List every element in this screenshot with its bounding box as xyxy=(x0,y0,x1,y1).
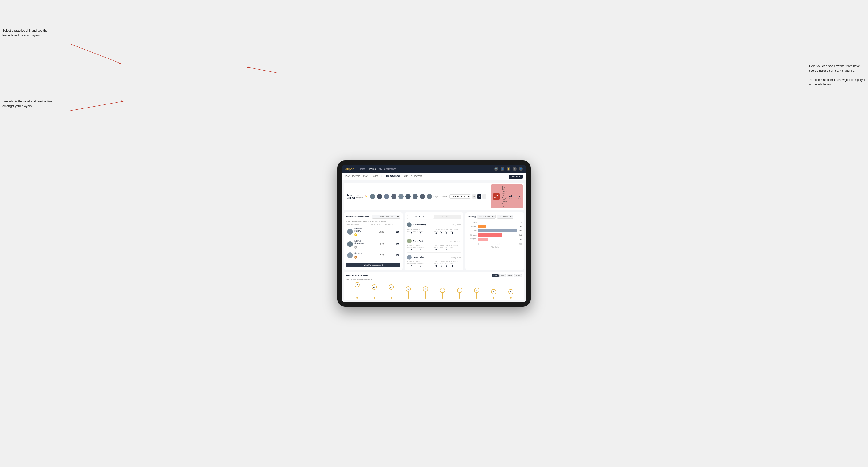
player-avg: 107 xyxy=(385,243,399,245)
annotation-top-left: Select a practice drill and see the lead… xyxy=(2,28,54,37)
scoring-title: Scoring xyxy=(468,216,476,218)
avatar[interactable] xyxy=(391,193,397,199)
total-practice-group: Total Practice Activities OTT 0 APP 0 xyxy=(434,261,461,267)
avatar[interactable] xyxy=(384,193,390,199)
streak-pin: 5x xyxy=(406,286,411,299)
search-icon[interactable]: 🔍 xyxy=(494,167,498,171)
tab-hcaps[interactable]: Hcaps 1-5 xyxy=(372,175,382,178)
streak-pin-dot xyxy=(459,297,460,299)
filter-ott[interactable]: OTT xyxy=(492,274,499,277)
player-score: 18/20 xyxy=(370,243,384,245)
putt-stat: PUTT 0 xyxy=(450,247,455,251)
chart-label-dbogeys: D. Bogeys + xyxy=(468,238,477,242)
bell-icon[interactable]: 🔔 xyxy=(507,167,510,171)
filter-arg[interactable]: ARG xyxy=(507,274,514,277)
avatar[interactable] xyxy=(412,193,418,199)
add-team-button[interactable]: Add Team xyxy=(508,175,523,179)
streak-pin-dot xyxy=(510,297,512,299)
grid-view-icon[interactable]: ⊞ xyxy=(472,194,476,198)
leaderboard-player-row: Cameron... 3 17/20 103 xyxy=(346,251,400,260)
show-controls: Show: Last 3 months ⊞ ≡ ↕ xyxy=(442,194,486,198)
col-pb-avg: PB AVG SQ xyxy=(385,224,399,225)
tab-least-active[interactable]: Least Active xyxy=(434,215,461,219)
streak-pin-dot xyxy=(493,297,494,299)
ott-stat: OTT 0 xyxy=(434,230,438,235)
team-header: Team Clippd 14 Players ✏️ Players xyxy=(344,183,524,210)
avatar[interactable] xyxy=(426,193,432,199)
par-filter-select[interactable]: Par 3, 4 & 5s xyxy=(477,215,496,219)
activity-panel: Most Active Least Active Blair McHarg 26… xyxy=(404,212,463,270)
streak-pin: 5x xyxy=(423,286,428,299)
total-practice-label: Total Practice Activities xyxy=(434,228,461,230)
team-avatars: Players xyxy=(370,193,440,199)
nav-link-teams[interactable]: Teams xyxy=(369,168,375,170)
settings-icon[interactable]: ⚙ xyxy=(513,167,517,171)
practice-leaderboard-panel: Practice Leaderboards PUTT Must Make Put… xyxy=(344,212,403,270)
start-lie-label: Start Lie: Rough xyxy=(502,192,507,198)
chart-bar-container xyxy=(478,225,518,228)
arg-stat: ARG 0 xyxy=(445,263,448,267)
streak-pin: 4x xyxy=(440,288,445,299)
streak-pin-line xyxy=(476,293,477,297)
avatar[interactable] xyxy=(398,193,404,199)
filter-putt[interactable]: PUTT xyxy=(514,274,522,277)
tournament-stat: Tournament 7 xyxy=(407,230,415,235)
edit-icon[interactable]: ✏️ xyxy=(365,195,367,198)
best-streaks-title: Best Round Streaks xyxy=(346,274,369,277)
tournament-val: 7 xyxy=(411,232,412,235)
shot-card: 198 yd Shot Dist: 16 yds Start Lie: Roug… xyxy=(491,184,523,209)
svg-line-1 xyxy=(69,101,123,111)
time-period-select[interactable]: Last 3 months xyxy=(450,194,471,198)
team-player-count: 14 Players xyxy=(356,194,363,199)
avatar[interactable] xyxy=(405,193,411,199)
player-filter-select[interactable]: All Players xyxy=(497,215,514,219)
avatar[interactable] xyxy=(377,193,383,199)
subnav-tabs: PGAT Players PGA Hcaps 1-5 Team Clippd T… xyxy=(345,175,508,178)
player-avg: 103 xyxy=(385,254,399,256)
profile-icon[interactable]: 👤 xyxy=(500,167,504,171)
tab-most-active[interactable]: Most Active xyxy=(407,215,434,219)
leaderboard-player-row: Edward Crossman 2 18/20 107 xyxy=(346,239,400,250)
player-name: Cameron... xyxy=(354,252,368,254)
tab-tour[interactable]: Tour xyxy=(403,175,407,178)
player-score: 17/20 xyxy=(370,254,384,256)
avatar[interactable] xyxy=(419,193,425,199)
chart-val-pars: 499 xyxy=(519,230,522,232)
rank-badge: 3 xyxy=(354,256,357,258)
practice-activities-row: OTT 0 APP 0 ARG 0 xyxy=(434,230,461,235)
list-view-icon[interactable]: ≡ xyxy=(477,194,482,198)
activity-player-name: Josh Coles xyxy=(413,256,449,258)
nav-link-home[interactable]: Home xyxy=(359,168,365,170)
practice-label: Practice xyxy=(417,230,423,232)
practice-stat: Practice 4 xyxy=(417,247,423,251)
tab-all-players[interactable]: All Players xyxy=(411,175,422,178)
tablet-screen: clippd Home Teams My Performance 🔍 👤 🔔 ⚙… xyxy=(342,165,526,302)
rounds-row: Tournament 7 Practice 2 xyxy=(407,263,434,267)
left-number-group: 16 yds xyxy=(509,194,512,199)
chart-bar-container xyxy=(478,233,517,237)
leaderboard-header-row: PLAYER NAME PB SCORE PB AVG SQ xyxy=(346,224,400,225)
total-rounds-group: Total Rounds Tournament 7 Practice 6 xyxy=(407,228,434,235)
sort-icon[interactable]: ↕ xyxy=(482,194,486,198)
streak-filter-buttons: OTT APP ARG PUTT xyxy=(492,274,522,277)
chart-val-birdies: 96 xyxy=(520,225,522,228)
streak-pin-badge: 6x xyxy=(389,284,394,290)
player-name: Richard Butler... xyxy=(354,227,368,232)
svg-line-0 xyxy=(69,44,120,63)
tab-pgat[interactable]: PGAT Players xyxy=(345,175,360,178)
avatar-icon[interactable]: 👤 xyxy=(519,167,523,171)
total-rounds-label: Total Rounds xyxy=(407,245,434,246)
filter-app[interactable]: APP xyxy=(499,274,506,277)
streak-pin: 3x xyxy=(508,289,514,299)
tab-pga[interactable]: PGA xyxy=(363,175,368,178)
nav-link-performance[interactable]: My Performance xyxy=(379,168,396,170)
streak-pin-line xyxy=(425,292,426,297)
leaderboard-drill-select[interactable]: PUTT Must Make Putting... xyxy=(372,215,400,219)
streak-pin-dot xyxy=(408,297,409,299)
total-rounds-label: Total Rounds xyxy=(407,261,434,262)
avatar[interactable] xyxy=(370,193,376,199)
app-stat: APP 0 xyxy=(440,247,443,251)
left-unit: yds xyxy=(509,197,512,199)
tab-team-clippd[interactable]: Team Clippd xyxy=(385,175,400,178)
view-full-leaderboard-button[interactable]: View Full Leaderboard xyxy=(346,262,400,268)
